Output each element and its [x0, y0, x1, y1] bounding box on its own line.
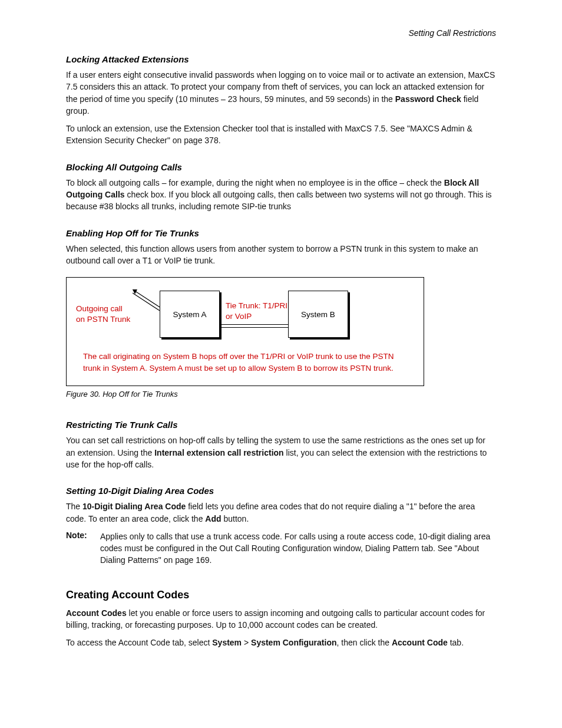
running-head: Setting Call Restrictions: [66, 28, 496, 38]
text: let you enable or force users to assign …: [66, 608, 485, 630]
figure-row: Outgoing call on PSTN Trunk System A Tie…: [76, 291, 414, 338]
para-account-1: Account Codes let you enable or force us…: [66, 607, 496, 631]
text: The: [66, 502, 82, 511]
figure-outgoing-label: Outgoing call on PSTN Trunk: [76, 304, 133, 325]
note-label: Note:: [66, 531, 92, 566]
figure-label: Figure 30. Hop Off for Tie Trunks: [66, 390, 496, 398]
label-account-codes: Account Codes: [66, 608, 127, 618]
para-hopoff-1: When selected, this function allows user…: [66, 243, 496, 267]
para-lock-1: If a user enters eight consecutive inval…: [66, 69, 496, 117]
label-add-button-ref: Add: [205, 514, 221, 523]
text: button.: [222, 514, 249, 523]
svg-line-1: [133, 293, 160, 311]
tab-account-code: Account Code: [392, 638, 448, 647]
heading-hopoff: Enabling Hop Off for Tie Trunks: [66, 228, 496, 238]
text: , then click the: [337, 638, 392, 647]
heading-locking: Locking Attacked Extensions: [66, 54, 496, 64]
heading-tendigit: Setting 10-Digit Dialing Area Codes: [66, 486, 496, 496]
label-10digit: 10-Digit Dialing Area Code: [82, 502, 186, 511]
menu-system: System: [212, 638, 242, 647]
text: To block all outgoing calls – for exampl…: [66, 178, 444, 187]
tie-trunk-line-icon: [220, 324, 288, 328]
note-body: Applies only to calls that use a trunk a…: [100, 531, 496, 566]
svg-line-0: [133, 289, 160, 307]
figure-mid: Tie Trunk: T1/PRI or VoIP: [220, 301, 288, 328]
note-block: Note: Applies only to calls that use a t…: [66, 531, 496, 566]
para-restrict-1: You can set call restrictions on hop-off…: [66, 434, 496, 470]
text: check box. If you block all outgoing cal…: [66, 190, 492, 211]
figure-box-system-b: System B: [288, 291, 348, 338]
heading-block-outgoing: Blocking All Outgoing Calls: [66, 162, 496, 172]
figure-tie-trunk-label: Tie Trunk: T1/PRI or VoIP: [220, 301, 288, 322]
text: >: [242, 638, 251, 647]
text: To access the Account Code tab, select: [66, 638, 212, 647]
menu-system-config: System Configuration: [251, 638, 336, 647]
figure-box-system-a: System A: [160, 291, 220, 338]
label-password-check: Password Check: [395, 94, 461, 104]
arrow-tail-icon: [133, 289, 160, 311]
text: tab.: [448, 638, 464, 647]
para-account-2: To access the Account Code tab, select S…: [66, 637, 496, 648]
para-tendigit-1: The 10-Digit Dialing Area Code field let…: [66, 500, 496, 525]
para-lock-2: To unlock an extension, use the Extensio…: [66, 123, 496, 147]
heading-restrict: Restricting Tie Trunk Calls: [66, 420, 496, 430]
para-block-1: To block all outgoing calls – for exampl…: [66, 177, 496, 213]
figure-caption: The call originating on System B hops of…: [76, 351, 414, 374]
figure-hopoff: Outgoing call on PSTN Trunk System A Tie…: [66, 277, 424, 386]
label-internal-ext: Internal extension call restriction: [154, 448, 283, 457]
heading-account-codes: Creating Account Codes: [66, 589, 496, 601]
